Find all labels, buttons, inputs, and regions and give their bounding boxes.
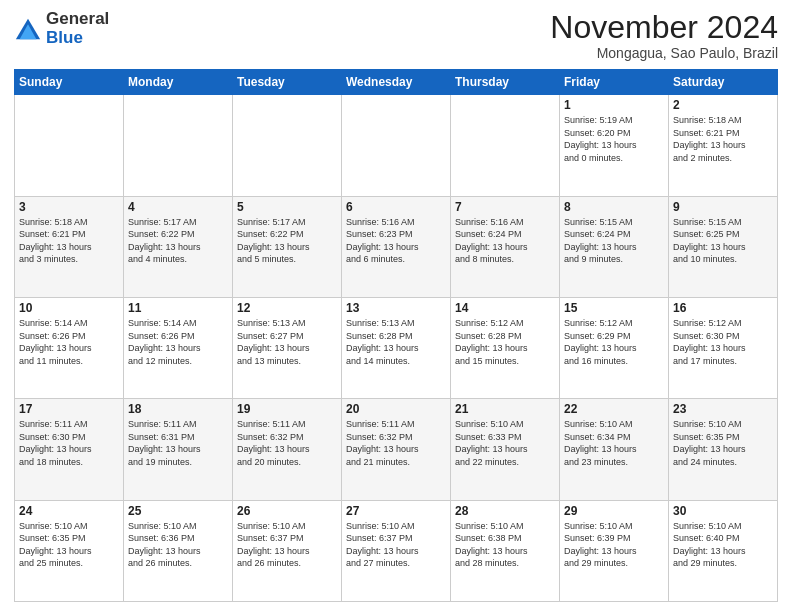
calendar-cell: 8Sunrise: 5:15 AM Sunset: 6:24 PM Daylig…	[560, 196, 669, 297]
month-title: November 2024	[550, 10, 778, 45]
day-info: Sunrise: 5:10 AM Sunset: 6:35 PM Dayligh…	[19, 520, 119, 570]
day-info: Sunrise: 5:14 AM Sunset: 6:26 PM Dayligh…	[128, 317, 228, 367]
day-number: 7	[455, 200, 555, 214]
calendar-cell: 6Sunrise: 5:16 AM Sunset: 6:23 PM Daylig…	[342, 196, 451, 297]
day-info: Sunrise: 5:15 AM Sunset: 6:24 PM Dayligh…	[564, 216, 664, 266]
calendar-cell	[342, 95, 451, 196]
day-number: 5	[237, 200, 337, 214]
day-info: Sunrise: 5:19 AM Sunset: 6:20 PM Dayligh…	[564, 114, 664, 164]
day-number: 13	[346, 301, 446, 315]
calendar-cell: 10Sunrise: 5:14 AM Sunset: 6:26 PM Dayli…	[15, 297, 124, 398]
day-info: Sunrise: 5:12 AM Sunset: 6:29 PM Dayligh…	[564, 317, 664, 367]
day-number: 12	[237, 301, 337, 315]
calendar-cell: 14Sunrise: 5:12 AM Sunset: 6:28 PM Dayli…	[451, 297, 560, 398]
calendar-cell: 7Sunrise: 5:16 AM Sunset: 6:24 PM Daylig…	[451, 196, 560, 297]
calendar-cell: 22Sunrise: 5:10 AM Sunset: 6:34 PM Dayli…	[560, 399, 669, 500]
calendar-cell: 19Sunrise: 5:11 AM Sunset: 6:32 PM Dayli…	[233, 399, 342, 500]
calendar-cell: 21Sunrise: 5:10 AM Sunset: 6:33 PM Dayli…	[451, 399, 560, 500]
calendar-cell	[124, 95, 233, 196]
day-number: 30	[673, 504, 773, 518]
calendar-week-row: 1Sunrise: 5:19 AM Sunset: 6:20 PM Daylig…	[15, 95, 778, 196]
calendar-cell: 9Sunrise: 5:15 AM Sunset: 6:25 PM Daylig…	[669, 196, 778, 297]
calendar-day-header: Monday	[124, 70, 233, 95]
calendar-cell: 27Sunrise: 5:10 AM Sunset: 6:37 PM Dayli…	[342, 500, 451, 601]
calendar-day-header: Thursday	[451, 70, 560, 95]
day-number: 3	[19, 200, 119, 214]
calendar-cell: 16Sunrise: 5:12 AM Sunset: 6:30 PM Dayli…	[669, 297, 778, 398]
logo: General Blue	[14, 10, 109, 47]
title-block: November 2024 Mongagua, Sao Paulo, Brazi…	[550, 10, 778, 61]
calendar-cell: 29Sunrise: 5:10 AM Sunset: 6:39 PM Dayli…	[560, 500, 669, 601]
day-number: 8	[564, 200, 664, 214]
day-number: 17	[19, 402, 119, 416]
calendar-cell: 30Sunrise: 5:10 AM Sunset: 6:40 PM Dayli…	[669, 500, 778, 601]
calendar-week-row: 10Sunrise: 5:14 AM Sunset: 6:26 PM Dayli…	[15, 297, 778, 398]
calendar-cell	[451, 95, 560, 196]
day-info: Sunrise: 5:17 AM Sunset: 6:22 PM Dayligh…	[237, 216, 337, 266]
logo-icon	[14, 15, 42, 43]
day-info: Sunrise: 5:11 AM Sunset: 6:30 PM Dayligh…	[19, 418, 119, 468]
day-info: Sunrise: 5:10 AM Sunset: 6:39 PM Dayligh…	[564, 520, 664, 570]
calendar-cell: 23Sunrise: 5:10 AM Sunset: 6:35 PM Dayli…	[669, 399, 778, 500]
calendar-cell: 18Sunrise: 5:11 AM Sunset: 6:31 PM Dayli…	[124, 399, 233, 500]
day-number: 23	[673, 402, 773, 416]
day-info: Sunrise: 5:16 AM Sunset: 6:23 PM Dayligh…	[346, 216, 446, 266]
calendar-cell: 13Sunrise: 5:13 AM Sunset: 6:28 PM Dayli…	[342, 297, 451, 398]
calendar-cell: 12Sunrise: 5:13 AM Sunset: 6:27 PM Dayli…	[233, 297, 342, 398]
calendar-header-row: SundayMondayTuesdayWednesdayThursdayFrid…	[15, 70, 778, 95]
calendar-day-header: Tuesday	[233, 70, 342, 95]
day-info: Sunrise: 5:13 AM Sunset: 6:28 PM Dayligh…	[346, 317, 446, 367]
day-number: 29	[564, 504, 664, 518]
day-info: Sunrise: 5:10 AM Sunset: 6:37 PM Dayligh…	[346, 520, 446, 570]
day-number: 15	[564, 301, 664, 315]
calendar-cell: 25Sunrise: 5:10 AM Sunset: 6:36 PM Dayli…	[124, 500, 233, 601]
day-info: Sunrise: 5:10 AM Sunset: 6:37 PM Dayligh…	[237, 520, 337, 570]
day-info: Sunrise: 5:18 AM Sunset: 6:21 PM Dayligh…	[19, 216, 119, 266]
day-number: 2	[673, 98, 773, 112]
calendar-cell: 5Sunrise: 5:17 AM Sunset: 6:22 PM Daylig…	[233, 196, 342, 297]
day-number: 24	[19, 504, 119, 518]
day-info: Sunrise: 5:10 AM Sunset: 6:33 PM Dayligh…	[455, 418, 555, 468]
calendar-week-row: 24Sunrise: 5:10 AM Sunset: 6:35 PM Dayli…	[15, 500, 778, 601]
day-number: 25	[128, 504, 228, 518]
calendar-cell	[233, 95, 342, 196]
day-info: Sunrise: 5:12 AM Sunset: 6:28 PM Dayligh…	[455, 317, 555, 367]
day-info: Sunrise: 5:15 AM Sunset: 6:25 PM Dayligh…	[673, 216, 773, 266]
calendar-week-row: 3Sunrise: 5:18 AM Sunset: 6:21 PM Daylig…	[15, 196, 778, 297]
logo-blue: Blue	[46, 28, 83, 47]
calendar-table: SundayMondayTuesdayWednesdayThursdayFrid…	[14, 69, 778, 602]
day-number: 14	[455, 301, 555, 315]
day-number: 16	[673, 301, 773, 315]
calendar-cell: 11Sunrise: 5:14 AM Sunset: 6:26 PM Dayli…	[124, 297, 233, 398]
calendar-day-header: Sunday	[15, 70, 124, 95]
day-number: 1	[564, 98, 664, 112]
day-info: Sunrise: 5:11 AM Sunset: 6:32 PM Dayligh…	[237, 418, 337, 468]
day-info: Sunrise: 5:11 AM Sunset: 6:32 PM Dayligh…	[346, 418, 446, 468]
day-info: Sunrise: 5:17 AM Sunset: 6:22 PM Dayligh…	[128, 216, 228, 266]
day-number: 4	[128, 200, 228, 214]
calendar-cell: 2Sunrise: 5:18 AM Sunset: 6:21 PM Daylig…	[669, 95, 778, 196]
day-number: 22	[564, 402, 664, 416]
day-number: 9	[673, 200, 773, 214]
calendar-day-header: Saturday	[669, 70, 778, 95]
day-number: 27	[346, 504, 446, 518]
calendar-day-header: Friday	[560, 70, 669, 95]
calendar-cell: 1Sunrise: 5:19 AM Sunset: 6:20 PM Daylig…	[560, 95, 669, 196]
calendar-cell: 26Sunrise: 5:10 AM Sunset: 6:37 PM Dayli…	[233, 500, 342, 601]
location: Mongagua, Sao Paulo, Brazil	[550, 45, 778, 61]
day-number: 6	[346, 200, 446, 214]
calendar-cell	[15, 95, 124, 196]
calendar-cell: 15Sunrise: 5:12 AM Sunset: 6:29 PM Dayli…	[560, 297, 669, 398]
day-info: Sunrise: 5:10 AM Sunset: 6:40 PM Dayligh…	[673, 520, 773, 570]
logo-text: General Blue	[46, 10, 109, 47]
day-info: Sunrise: 5:18 AM Sunset: 6:21 PM Dayligh…	[673, 114, 773, 164]
calendar-cell: 17Sunrise: 5:11 AM Sunset: 6:30 PM Dayli…	[15, 399, 124, 500]
day-info: Sunrise: 5:11 AM Sunset: 6:31 PM Dayligh…	[128, 418, 228, 468]
day-info: Sunrise: 5:12 AM Sunset: 6:30 PM Dayligh…	[673, 317, 773, 367]
day-number: 19	[237, 402, 337, 416]
day-info: Sunrise: 5:13 AM Sunset: 6:27 PM Dayligh…	[237, 317, 337, 367]
header: General Blue November 2024 Mongagua, Sao…	[14, 10, 778, 61]
calendar-cell: 28Sunrise: 5:10 AM Sunset: 6:38 PM Dayli…	[451, 500, 560, 601]
calendar-cell: 20Sunrise: 5:11 AM Sunset: 6:32 PM Dayli…	[342, 399, 451, 500]
calendar-day-header: Wednesday	[342, 70, 451, 95]
